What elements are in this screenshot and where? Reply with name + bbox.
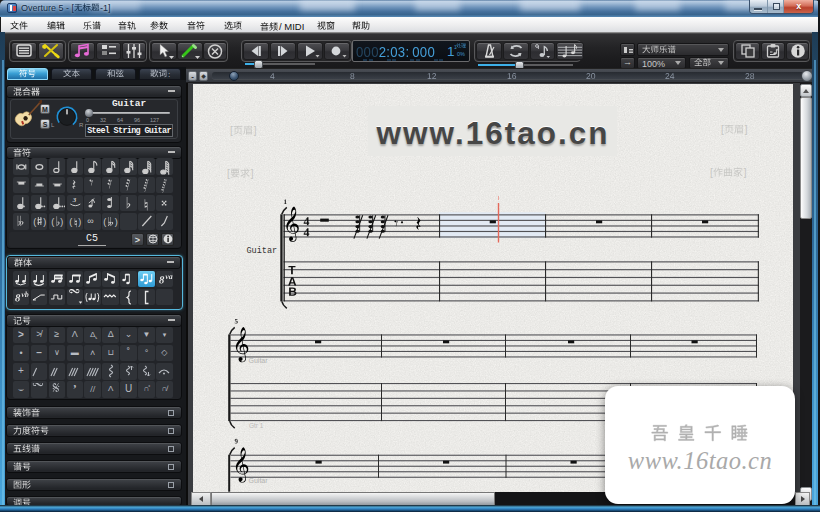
- svg-text:(: (: [69, 217, 72, 227]
- svg-text:): ): [78, 217, 81, 227]
- svg-text:): ): [115, 217, 118, 227]
- svg-text:Guitar: Guitar: [247, 246, 278, 256]
- svg-text:∞: ∞: [88, 216, 94, 226]
- svg-text:(: (: [51, 217, 54, 227]
- svg-text:(: (: [104, 217, 107, 227]
- svg-text:(: (: [33, 217, 36, 227]
- svg-text:Guitar: Guitar: [249, 477, 269, 484]
- svg-text:3: 3: [71, 196, 76, 204]
- svg-text:): ): [60, 217, 63, 227]
- svg-text:Gtr 1: Gtr 1: [249, 422, 264, 429]
- svg-text:Guitar: Guitar: [249, 357, 269, 364]
- svg-text:): ): [43, 217, 46, 227]
